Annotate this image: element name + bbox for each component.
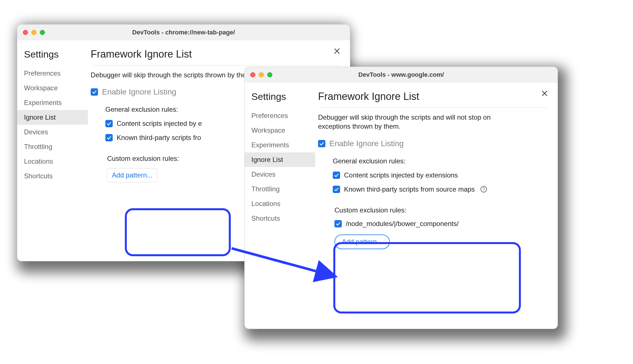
add-pattern-button[interactable]: Add pattern...	[334, 234, 390, 249]
close-settings-button[interactable]	[331, 45, 343, 57]
sidebar-item-preferences[interactable]: Preferences	[17, 66, 88, 81]
sidebar-item-locations[interactable]: Locations	[245, 196, 315, 211]
zoom-window-button[interactable]	[267, 72, 272, 77]
enable-ignore-listing-label: Enable Ignore Listing	[102, 87, 176, 97]
sidebar-item-workspace[interactable]: Workspace	[245, 123, 315, 138]
sidebar-item-devices[interactable]: Devices	[245, 167, 315, 182]
exclusion-rule-label: Content scripts injected by e	[117, 120, 202, 128]
custom-exclusion-block: Custom exclusion rules: /node_modules/|/…	[330, 203, 506, 255]
enable-ignore-listing-label: Enable Ignore Listing	[329, 139, 404, 148]
exclusion-rule-checkbox[interactable]	[333, 172, 340, 179]
exclusion-rule-label: Known third-party scripts from source ma…	[344, 185, 475, 193]
sidebar-item-ignore-list[interactable]: Ignore List	[17, 110, 88, 125]
sidebar-item-locations[interactable]: Locations	[17, 154, 88, 169]
sidebar-item-preferences[interactable]: Preferences	[245, 108, 315, 123]
sidebar-heading: Settings	[245, 88, 315, 108]
enable-ignore-listing-row: Enable Ignore Listing	[318, 139, 547, 148]
window-title: DevTools - www.google.com/	[245, 71, 558, 78]
exclusion-rule-label: Content scripts injected by extensions	[344, 171, 458, 179]
exclusion-rule-checkbox[interactable]	[105, 120, 113, 127]
exclusion-rule-checkbox[interactable]	[105, 134, 113, 141]
settings-sidebar: Settings PreferencesWorkspaceExperiments…	[245, 83, 315, 329]
exclusion-rule-row: Content scripts injected by extensions	[333, 171, 547, 179]
window-title: DevTools - chrome://new-tab-page/	[17, 29, 350, 36]
minimize-window-button[interactable]	[259, 72, 264, 77]
titlebar: DevTools - www.google.com/	[245, 67, 558, 83]
custom-exclusion-header: Custom exclusion rules:	[107, 155, 196, 163]
page-title: Framework Ignore List	[91, 44, 340, 65]
custom-pattern-row: /node_modules/|/bower_components/	[334, 220, 499, 228]
general-exclusion-header: General exclusion rules:	[333, 157, 547, 165]
close-window-button[interactable]	[250, 72, 255, 77]
titlebar: DevTools - chrome://new-tab-page/	[17, 25, 350, 40]
close-window-button[interactable]	[23, 30, 28, 35]
sidebar-item-throttling[interactable]: Throttling	[17, 139, 88, 154]
sidebar-item-ignore-list[interactable]: Ignore List	[245, 152, 315, 167]
enable-ignore-listing-checkbox[interactable]	[91, 88, 98, 96]
traffic-lights	[250, 72, 272, 77]
sidebar-item-devices[interactable]: Devices	[17, 125, 88, 139]
sidebar-item-throttling[interactable]: Throttling	[245, 182, 315, 196]
enable-ignore-listing-checkbox[interactable]	[318, 140, 325, 147]
custom-exclusion-block: Custom exclusion rules: Add pattern...	[103, 152, 203, 188]
close-settings-button[interactable]	[539, 88, 550, 99]
custom-exclusion-header: Custom exclusion rules:	[334, 206, 499, 214]
custom-pattern-label: /node_modules/|/bower_components/	[346, 220, 459, 228]
custom-pattern-checkbox[interactable]	[334, 220, 342, 227]
help-icon[interactable]: ?	[480, 186, 487, 192]
exclusion-rule-checkbox[interactable]	[333, 186, 340, 193]
sidebar-heading: Settings	[17, 45, 88, 66]
exclusion-rule-label: Known third-party scripts fro	[117, 134, 201, 142]
devtools-window-right: DevTools - www.google.com/ Settings Pref…	[244, 67, 558, 329]
sidebar-item-experiments[interactable]: Experiments	[17, 95, 88, 110]
sidebar-item-shortcuts[interactable]: Shortcuts	[245, 211, 315, 226]
sidebar-item-shortcuts[interactable]: Shortcuts	[17, 169, 88, 183]
traffic-lights	[23, 30, 45, 35]
sidebar-item-workspace[interactable]: Workspace	[17, 81, 88, 95]
settings-content: Framework Ignore List Debugger will skip…	[315, 83, 558, 329]
settings-sidebar: Settings PreferencesWorkspaceExperiments…	[17, 40, 88, 261]
zoom-window-button[interactable]	[40, 30, 45, 35]
page-title: Framework Ignore List	[318, 87, 547, 108]
sidebar-item-experiments[interactable]: Experiments	[245, 138, 315, 152]
exclusion-rule-row: Known third-party scripts from source ma…	[333, 185, 547, 193]
minimize-window-button[interactable]	[31, 30, 36, 35]
add-pattern-button[interactable]: Add pattern...	[107, 168, 157, 182]
page-description: Debugger will skip through the scripts a…	[318, 108, 516, 131]
